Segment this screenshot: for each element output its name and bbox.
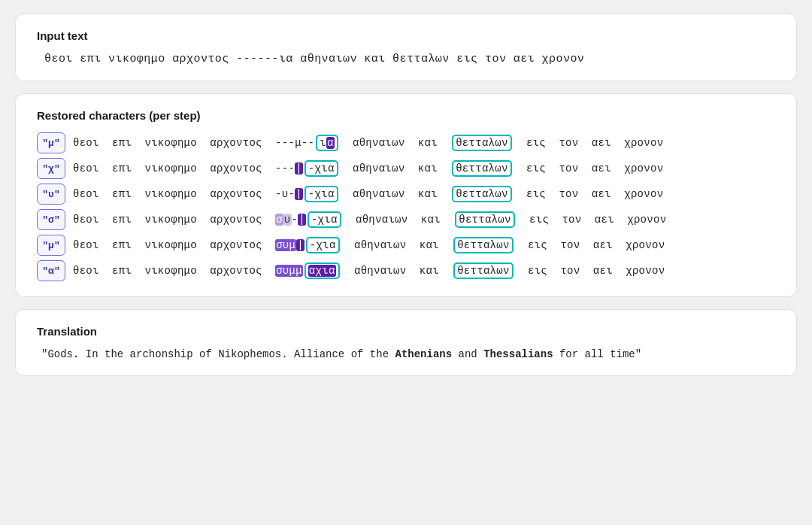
- cyan-highlight-2: θετταλων: [453, 262, 513, 279]
- purple-light: σ: [275, 214, 283, 226]
- purple-highlight: |: [298, 214, 306, 226]
- text-segment: εις τον αει χρονον: [514, 137, 664, 149]
- text-segment: θεοι επι νικοφημο αρχοντος: [73, 239, 275, 251]
- purple-highlight: αχια: [308, 265, 336, 277]
- row-text: θεοι επι νικοφημο αρχοντος συμ|-χια αθην…: [73, 237, 665, 253]
- cyan-highlight: ια: [316, 135, 338, 151]
- translation-card: Translation "Gods. In the archonship of …: [15, 309, 797, 376]
- restored-rows-container: "μ" θεοι επι νικοφημο αρχοντος ---μ--ια …: [37, 132, 775, 281]
- cyan-highlight-2: θετταλων: [452, 160, 511, 177]
- cyan-highlight-2: θετταλων: [455, 211, 514, 228]
- text-segment: θετταλων: [456, 162, 508, 174]
- cyan-highlight: -χια: [304, 160, 338, 177]
- text-segment: εις τον αει χρονον: [515, 239, 665, 251]
- input-text-title: Input text: [37, 29, 775, 42]
- purple-highlight: α: [326, 137, 335, 149]
- text-segment: -χια: [308, 188, 335, 200]
- text-segment: θετταλων: [459, 214, 511, 226]
- text-segment: εις τον αει χρονον: [514, 188, 664, 200]
- row-text: θεοι επι νικοφημο αρχοντος συ-|-χια αθην…: [73, 211, 666, 228]
- input-text-card: Input text θεοι επι νικοφημο αρχοντος --…: [15, 14, 797, 81]
- text-segment: αθηναιων και: [340, 188, 451, 200]
- text-segment: θεοι επι νικοφημο αρχοντος: [73, 214, 275, 226]
- table-row: "α" θεοι επι νικοφημο αρχοντος συμμαχια …: [37, 260, 775, 281]
- text-segment: εις τον αει χρονον: [517, 214, 667, 226]
- text-segment: θεοι επι νικοφημο αρχοντος: [73, 265, 275, 277]
- text-segment: θεοι επι νικοφημο αρχοντος ---μ--: [73, 137, 314, 149]
- translation-content: "Gods. In the archonship of Nikophemos. …: [37, 348, 775, 360]
- table-row: "χ" θεοι επι νικοφημο αρχοντος ---|-χια …: [37, 158, 775, 179]
- text-segment: θετταλων: [456, 137, 508, 149]
- row-text: θεοι επι νικοφημο αρχοντος ---|-χια αθην…: [73, 160, 663, 177]
- text-segment: -χια: [310, 239, 336, 251]
- bold-thessalians: Thessalians: [483, 348, 553, 360]
- char-badge: "μ": [37, 132, 65, 153]
- text-segment: αθηναιων και: [343, 214, 454, 226]
- table-row: "υ" θεοι επι νικοφημο αρχοντος -υ-|-χια …: [37, 184, 775, 205]
- purple-mid: συμμ: [275, 265, 303, 277]
- text-segment: αθηναιων και: [341, 239, 453, 251]
- translation-title: Translation: [37, 325, 775, 338]
- bold-athenians: Athenians: [395, 348, 452, 360]
- text-segment: θετταλων: [457, 265, 509, 277]
- row-text: θεοι επι νικοφημο αρχοντος ---μ--ια αθην…: [73, 135, 663, 151]
- text-segment: θεοι επι νικοφημο αρχοντος ---: [73, 162, 295, 174]
- purple-vlight: υ: [283, 214, 292, 226]
- text-segment: αθηναιων και: [341, 265, 453, 277]
- text-segment: εις τον αει χρονον: [515, 265, 665, 277]
- char-badge: "μ": [37, 235, 65, 256]
- text-segment: αθηναιων και: [340, 137, 451, 149]
- char-badge: "υ": [37, 184, 65, 205]
- text-segment: -χια: [308, 162, 335, 174]
- cyan-highlight-2: θετταλων: [453, 237, 513, 253]
- row-text: θεοι επι νικοφημο αρχοντος συμμαχια αθην…: [73, 262, 665, 279]
- purple-highlight: |: [296, 239, 304, 251]
- row-text: θεοι επι νικοφημο αρχοντος -υ-|-χια αθην…: [73, 186, 663, 202]
- table-row: "σ" θεοι επι νικοφημο αρχοντος συ-|-χια …: [37, 209, 775, 230]
- cyan-highlight: -χια: [304, 186, 338, 202]
- restored-title: Restored characters (per step): [37, 109, 775, 122]
- text-segment: αθηναιων και: [340, 162, 451, 174]
- purple-highlight: |: [295, 162, 303, 174]
- text-segment: εις τον αει χρονον: [514, 162, 664, 174]
- table-row: "μ" θεοι επι νικοφημο αρχοντος συμ|-χια …: [37, 235, 775, 256]
- text-segment: θετταλων: [457, 239, 509, 251]
- cyan-highlight: -χια: [308, 211, 341, 228]
- cyan-highlight-2: θετταλων: [452, 135, 511, 151]
- char-badge: "σ": [37, 209, 65, 230]
- text-segment: -: [292, 214, 298, 226]
- text-segment: -χια: [311, 214, 338, 226]
- cyan-highlight-2: θετταλων: [452, 186, 511, 202]
- text-segment: θετταλων: [456, 188, 508, 200]
- cyan-highlight: αχια: [304, 262, 340, 279]
- char-badge: "χ": [37, 158, 65, 179]
- table-row: "μ" θεοι επι νικοφημο αρχοντος ---μ--ια …: [37, 132, 775, 153]
- text-segment: θεοι επι νικοφημο αρχοντος -υ-: [73, 188, 295, 200]
- purple-mid: συμ: [275, 239, 296, 251]
- purple-highlight: |: [295, 188, 303, 200]
- input-text-content: θεοι επι νικοφημο αρχοντος ------ια αθην…: [37, 53, 775, 65]
- char-badge: "α": [37, 260, 65, 281]
- restored-characters-card: Restored characters (per step) "μ" θεοι …: [15, 93, 797, 297]
- text-segment: ι: [320, 137, 326, 149]
- cyan-highlight: -χια: [306, 237, 340, 253]
